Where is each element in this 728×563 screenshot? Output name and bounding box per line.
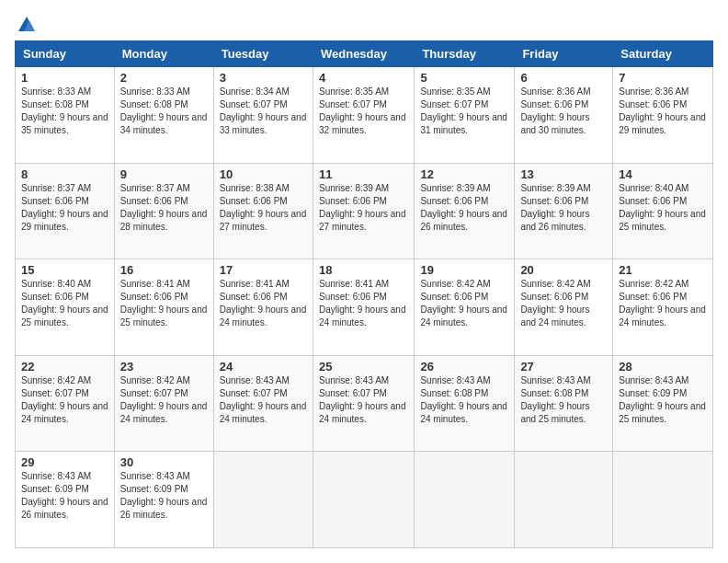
day-number: 13 [520, 167, 607, 181]
sunset-label: Sunset: 6:06 PM [120, 292, 188, 302]
daylight-label: Daylight: 9 hours and 24 minutes. [619, 304, 706, 327]
sunset-label: Sunset: 6:06 PM [319, 196, 387, 206]
daylight-label: Daylight: 9 hours and 26 minutes. [520, 209, 589, 232]
day-info: Sunrise: 8:41 AMSunset: 6:06 PMDaylight:… [319, 278, 408, 329]
day-info: Sunrise: 8:36 AMSunset: 6:06 PMDaylight:… [619, 86, 707, 137]
day-number: 11 [319, 167, 408, 181]
sunset-label: Sunset: 6:07 PM [220, 388, 288, 398]
day-number: 10 [220, 167, 307, 181]
daylight-label: Daylight: 9 hours and 28 minutes. [120, 209, 208, 232]
daylight-label: Daylight: 9 hours and 34 minutes. [120, 112, 208, 135]
sunrise-label: Sunrise: 8:41 AM [319, 279, 389, 289]
day-info: Sunrise: 8:34 AMSunset: 6:07 PMDaylight:… [220, 86, 307, 137]
daylight-label: Daylight: 9 hours and 24 minutes. [520, 304, 589, 327]
calendar-week-row: 29Sunrise: 8:43 AMSunset: 6:09 PMDayligh… [16, 452, 713, 548]
calendar-cell: 2Sunrise: 8:33 AMSunset: 6:08 PMDaylight… [114, 67, 213, 164]
daylight-label: Daylight: 9 hours and 24 minutes. [319, 304, 406, 327]
col-wednesday: Wednesday [313, 41, 414, 67]
day-number: 24 [220, 360, 307, 373]
daylight-label: Daylight: 9 hours and 26 minutes. [21, 497, 108, 520]
sunrise-label: Sunrise: 8:42 AM [420, 279, 490, 289]
sunrise-label: Sunrise: 8:42 AM [120, 375, 190, 385]
day-number: 23 [120, 360, 208, 373]
day-info: Sunrise: 8:39 AMSunset: 6:06 PMDaylight:… [420, 182, 508, 234]
calendar-cell: 4Sunrise: 8:35 AMSunset: 6:07 PMDaylight… [313, 67, 414, 164]
sunset-label: Sunset: 6:07 PM [319, 388, 387, 398]
daylight-label: Daylight: 9 hours and 24 minutes. [220, 401, 307, 424]
sunrise-label: Sunrise: 8:43 AM [319, 375, 389, 385]
day-number: 16 [120, 263, 208, 277]
sunset-label: Sunset: 6:08 PM [21, 99, 89, 109]
day-number: 5 [420, 71, 508, 85]
daylight-label: Daylight: 9 hours and 25 minutes. [120, 304, 208, 327]
day-number: 20 [520, 263, 607, 277]
day-number: 14 [619, 167, 707, 181]
calendar-week-row: 15Sunrise: 8:40 AMSunset: 6:06 PMDayligh… [16, 259, 713, 356]
sunset-label: Sunset: 6:06 PM [520, 292, 588, 302]
sunset-label: Sunset: 6:06 PM [220, 196, 288, 206]
sunset-label: Sunset: 6:09 PM [120, 484, 188, 494]
calendar-cell: 5Sunrise: 8:35 AMSunset: 6:07 PMDaylight… [415, 67, 515, 164]
sunrise-label: Sunrise: 8:43 AM [120, 471, 190, 481]
calendar-cell: 16Sunrise: 8:41 AMSunset: 6:06 PMDayligh… [114, 259, 213, 356]
calendar-cell: 20Sunrise: 8:42 AMSunset: 6:06 PMDayligh… [515, 259, 613, 356]
day-number: 15 [21, 263, 108, 277]
calendar-cell: 1Sunrise: 8:33 AMSunset: 6:08 PMDaylight… [16, 67, 115, 164]
day-number: 3 [220, 71, 307, 85]
sunrise-label: Sunrise: 8:42 AM [520, 279, 590, 289]
daylight-label: Daylight: 9 hours and 35 minutes. [21, 112, 108, 135]
calendar-cell: 21Sunrise: 8:42 AMSunset: 6:06 PMDayligh… [613, 259, 713, 356]
daylight-label: Daylight: 9 hours and 24 minutes. [120, 401, 208, 424]
col-sunday: Sunday [16, 41, 115, 67]
day-info: Sunrise: 8:35 AMSunset: 6:07 PMDaylight:… [319, 86, 408, 137]
day-number: 2 [120, 71, 208, 85]
sunrise-label: Sunrise: 8:39 AM [420, 183, 490, 193]
daylight-label: Daylight: 9 hours and 25 minutes. [619, 401, 706, 424]
calendar-cell: 14Sunrise: 8:40 AMSunset: 6:06 PMDayligh… [613, 163, 713, 259]
day-info: Sunrise: 8:35 AMSunset: 6:07 PMDaylight:… [420, 86, 508, 137]
sunset-label: Sunset: 6:08 PM [420, 388, 488, 398]
day-info: Sunrise: 8:43 AMSunset: 6:09 PMDaylight:… [120, 470, 208, 522]
daylight-label: Daylight: 9 hours and 24 minutes. [420, 401, 507, 424]
sunrise-label: Sunrise: 8:43 AM [420, 375, 490, 385]
sunset-label: Sunset: 6:06 PM [220, 292, 288, 302]
sunrise-label: Sunrise: 8:34 AM [220, 86, 290, 97]
sunrise-label: Sunrise: 8:39 AM [319, 183, 389, 193]
calendar-cell: 15Sunrise: 8:40 AMSunset: 6:06 PMDayligh… [16, 259, 115, 356]
day-info: Sunrise: 8:42 AMSunset: 6:07 PMDaylight:… [120, 374, 208, 426]
sunrise-label: Sunrise: 8:43 AM [220, 375, 290, 385]
day-number: 21 [619, 263, 707, 277]
sunrise-label: Sunrise: 8:36 AM [520, 86, 590, 97]
day-info: Sunrise: 8:42 AMSunset: 6:07 PMDaylight:… [21, 374, 108, 426]
day-number: 9 [120, 167, 208, 181]
day-info: Sunrise: 8:36 AMSunset: 6:06 PMDaylight:… [520, 86, 607, 137]
sunset-label: Sunset: 6:07 PM [21, 388, 89, 398]
calendar-cell [415, 452, 515, 548]
calendar-cell: 12Sunrise: 8:39 AMSunset: 6:06 PMDayligh… [415, 163, 515, 259]
calendar-cell: 7Sunrise: 8:36 AMSunset: 6:06 PMDaylight… [613, 67, 713, 164]
daylight-label: Daylight: 9 hours and 24 minutes. [21, 401, 108, 424]
day-info: Sunrise: 8:33 AMSunset: 6:08 PMDaylight:… [120, 86, 208, 137]
day-info: Sunrise: 8:40 AMSunset: 6:06 PMDaylight:… [619, 182, 707, 234]
calendar-cell: 13Sunrise: 8:39 AMSunset: 6:06 PMDayligh… [515, 163, 613, 259]
day-info: Sunrise: 8:40 AMSunset: 6:06 PMDaylight:… [21, 278, 108, 329]
day-info: Sunrise: 8:37 AMSunset: 6:06 PMDaylight:… [120, 182, 208, 234]
calendar-cell: 9Sunrise: 8:37 AMSunset: 6:06 PMDaylight… [114, 163, 213, 259]
day-number: 28 [619, 360, 707, 373]
sunset-label: Sunset: 6:06 PM [520, 196, 588, 206]
calendar-cell: 26Sunrise: 8:43 AMSunset: 6:08 PMDayligh… [415, 355, 515, 452]
calendar-header-row: Sunday Monday Tuesday Wednesday Thursday… [16, 41, 713, 67]
calendar-cell: 11Sunrise: 8:39 AMSunset: 6:06 PMDayligh… [313, 163, 414, 259]
day-info: Sunrise: 8:41 AMSunset: 6:06 PMDaylight:… [220, 278, 307, 329]
sunset-label: Sunset: 6:07 PM [220, 99, 288, 109]
sunrise-label: Sunrise: 8:42 AM [21, 375, 91, 385]
col-saturday: Saturday [613, 41, 713, 67]
daylight-label: Daylight: 9 hours and 29 minutes. [619, 112, 706, 135]
calendar-cell: 25Sunrise: 8:43 AMSunset: 6:07 PMDayligh… [313, 355, 414, 452]
day-number: 25 [319, 360, 408, 373]
calendar-cell: 22Sunrise: 8:42 AMSunset: 6:07 PMDayligh… [16, 355, 115, 452]
daylight-label: Daylight: 9 hours and 32 minutes. [319, 112, 406, 135]
day-number: 26 [420, 360, 508, 373]
calendar-cell: 6Sunrise: 8:36 AMSunset: 6:06 PMDaylight… [515, 67, 613, 164]
day-info: Sunrise: 8:41 AMSunset: 6:06 PMDaylight:… [120, 278, 208, 329]
